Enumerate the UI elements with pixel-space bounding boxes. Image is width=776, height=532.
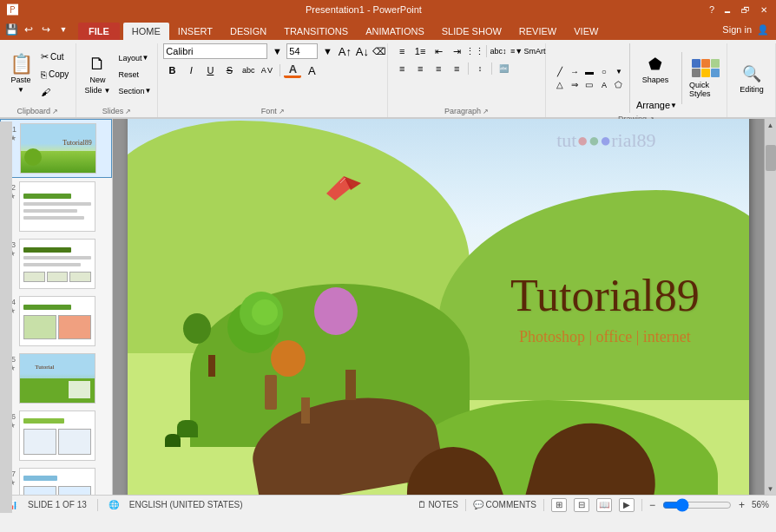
columns-button[interactable]: ⋮⋮	[466, 43, 483, 59]
shape-rrect[interactable]: ▭	[582, 79, 596, 91]
undo-qat-button[interactable]: ↩	[21, 22, 36, 37]
zoom-in-icon[interactable]: +	[739, 499, 745, 511]
scroll-down-arrow[interactable]: ▼	[765, 483, 777, 495]
align-right-button[interactable]: ≡	[430, 61, 447, 76]
bullets-button[interactable]: ≡	[393, 43, 411, 59]
section-button[interactable]: Section▼	[115, 83, 154, 99]
underline-button[interactable]: U	[201, 62, 219, 78]
slide-thumb-3[interactable]: 3 ★	[0, 235, 112, 292]
shadow-button[interactable]: abc	[240, 62, 257, 78]
slide-thumb-6[interactable]: 6 ★	[0, 407, 112, 464]
slides-expand-icon[interactable]: ↗	[125, 108, 131, 115]
align-center-button[interactable]: ≡	[411, 61, 429, 76]
slide-thumb-4[interactable]: 4 ★	[0, 292, 112, 350]
slide-thumb-7[interactable]: 7 ★	[0, 464, 112, 495]
arrange-button[interactable]: Arrange ▼	[634, 97, 680, 113]
char-spacing-button[interactable]: AV	[259, 62, 276, 78]
signin-button[interactable]: Sign in	[722, 24, 752, 35]
arrange-dropdown-icon[interactable]: ▼	[670, 102, 677, 109]
redo-qat-button[interactable]: ↪	[38, 22, 54, 37]
font-size-input[interactable]	[286, 43, 318, 59]
slide-title-area[interactable]: Tutorial89 Photoshop | office | internet	[510, 270, 700, 346]
text-highlight-button[interactable]: A	[303, 62, 320, 78]
line-spacing-button[interactable]: ↕	[471, 61, 489, 76]
qat-more-button[interactable]: ▼	[56, 22, 71, 37]
panel-scrollbar[interactable]	[0, 122, 12, 495]
notes-button[interactable]: 🗒 NOTES	[418, 500, 458, 509]
shape-triangle[interactable]: △	[553, 79, 567, 91]
tab-design[interactable]: DESIGN	[221, 23, 275, 40]
clipboard-expand-icon[interactable]: ↗	[52, 108, 58, 115]
font-size-dropdown-icon[interactable]: ▼	[319, 43, 335, 59]
shape-rect[interactable]: ▬	[582, 66, 596, 78]
shape-more[interactable]: ▼	[612, 66, 626, 78]
editing-button[interactable]: 🔍 Editing	[733, 53, 771, 105]
paste-dropdown-icon[interactable]: ▼	[17, 86, 24, 94]
layout-button[interactable]: Layout▼	[115, 50, 154, 66]
font-name-input[interactable]	[163, 43, 267, 59]
scroll-up-arrow[interactable]: ▲	[765, 119, 777, 131]
justify-button[interactable]: ≡	[448, 61, 465, 76]
slide-thumb-5[interactable]: 5 ★ Tutorial	[0, 350, 112, 407]
bold-button[interactable]: B	[163, 62, 181, 78]
text-direction-button[interactable]: abc↕	[490, 43, 507, 59]
new-slide-button[interactable]: 🗋 New Slide ▼	[82, 53, 115, 96]
normal-view-button[interactable]: ⊞	[551, 498, 567, 512]
format-painter-button[interactable]: 🖌	[38, 84, 71, 100]
cut-button[interactable]: ✂Cut	[38, 49, 71, 65]
shape-arrow[interactable]: →	[568, 66, 582, 78]
zoom-level[interactable]: 56%	[752, 500, 769, 509]
smartart-button[interactable]: SmArt	[526, 43, 543, 59]
decrease-indent-button[interactable]: ⇤	[430, 43, 447, 59]
shapes-button[interactable]: ⬟ Shapes	[634, 43, 677, 95]
tab-insert[interactable]: INSERT	[169, 23, 221, 40]
font-name-dropdown-icon[interactable]: ▼	[269, 43, 285, 59]
comments-button[interactable]: 💬 COMMENTS	[473, 500, 536, 509]
quick-styles-button[interactable]: Quick Styles	[686, 52, 726, 104]
tab-animations[interactable]: ANIMATIONS	[357, 23, 433, 40]
close-button[interactable]: ✕	[758, 4, 769, 16]
shape-oval[interactable]: ○	[597, 66, 611, 78]
shape-line[interactable]: ╱	[553, 66, 567, 78]
align-left-button[interactable]: ≡	[393, 61, 411, 76]
increase-font-size-button[interactable]: A↑	[337, 43, 352, 59]
copy-button[interactable]: ⎘Copy	[38, 67, 71, 82]
shape-textbox[interactable]: A	[597, 79, 611, 91]
shape-rtarrow[interactable]: ⇒	[568, 79, 582, 91]
para-expand-icon[interactable]: ↗	[483, 108, 489, 115]
numbering-button[interactable]: 1≡	[411, 43, 429, 59]
clear-formatting-button[interactable]: ⌫	[372, 43, 387, 59]
tab-view[interactable]: VIEW	[565, 23, 607, 40]
save-qat-button[interactable]: 💾	[3, 22, 19, 37]
reset-button[interactable]: Reset	[115, 67, 154, 82]
text-shadow-btn2[interactable]: 🔤	[495, 61, 512, 76]
tab-slideshow[interactable]: SLIDE SHOW	[433, 23, 510, 40]
zoom-out-icon[interactable]: −	[649, 499, 655, 511]
tab-file[interactable]: FILE	[78, 23, 120, 40]
increase-indent-button[interactable]: ⇥	[448, 43, 465, 59]
slide-sorter-button[interactable]: ⊟	[574, 498, 589, 512]
vertical-scrollbar[interactable]: ▲ ▼	[764, 119, 776, 495]
tab-home[interactable]: HOME	[123, 23, 169, 40]
minimize-button[interactable]: 🗕	[721, 4, 733, 16]
slide-thumb-1[interactable]: 1 ★ Tutorial89	[0, 119, 112, 178]
shape-pentagon[interactable]: ⬠	[612, 79, 626, 91]
reading-view-button[interactable]: 📖	[596, 498, 612, 512]
main-slide[interactable]: tut●●●rial89 Tutorial89 Photoshop | offi…	[128, 119, 749, 495]
scroll-thumb-v[interactable]	[766, 145, 776, 171]
strikethrough-button[interactable]: S	[220, 62, 238, 78]
slide-show-button[interactable]: ▶	[619, 498, 635, 512]
slide-thumb-2[interactable]: 2 ★	[0, 178, 112, 235]
font-color-A-button[interactable]: A	[284, 62, 301, 78]
tab-review[interactable]: REVIEW	[510, 23, 565, 40]
help-icon[interactable]: ?	[709, 4, 714, 15]
zoom-slider[interactable]	[662, 499, 732, 511]
font-expand-icon[interactable]: ↗	[279, 108, 285, 115]
italic-button[interactable]: I	[182, 62, 200, 78]
paste-button[interactable]: 📋 Paste ▼	[5, 49, 36, 101]
maximize-button[interactable]: 🗗	[740, 4, 751, 16]
new-slide-dropdown-icon[interactable]: ▼	[104, 87, 111, 95]
tab-transitions[interactable]: TRANSITIONS	[275, 23, 357, 40]
decrease-font-size-button[interactable]: A↓	[354, 43, 370, 59]
align-text-button[interactable]: ≡▼	[508, 43, 525, 59]
